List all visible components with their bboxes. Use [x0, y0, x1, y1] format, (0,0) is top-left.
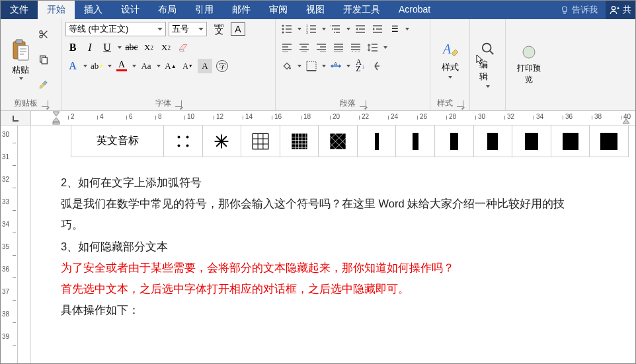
text-effects-button[interactable]: A: [65, 59, 80, 73]
symbol-cell[interactable]: [590, 126, 628, 157]
grow-font-button[interactable]: A▲: [163, 59, 178, 73]
tab-file[interactable]: 文件: [1, 1, 38, 19]
sort-button[interactable]: AZ↓: [353, 59, 368, 73]
chevron-down-icon: [118, 46, 122, 49]
line-spacing-button[interactable]: [366, 40, 380, 55]
ruler-tick: 24: [391, 113, 398, 120]
symbol-cell[interactable]: [435, 126, 474, 157]
font-color-button[interactable]: A: [114, 59, 129, 73]
underline-button[interactable]: U: [100, 40, 114, 55]
print-preview-label: 打印预览: [515, 63, 543, 85]
symbol-cell[interactable]: [203, 126, 242, 157]
tab-view[interactable]: 视图: [297, 1, 334, 19]
symbol-cell[interactable]: [551, 126, 590, 157]
dialog-launcher-icon[interactable]: [360, 100, 366, 107]
strikethrough-button[interactable]: abє: [124, 40, 139, 55]
copy-button[interactable]: [36, 52, 51, 67]
horizontal-ruler[interactable]: 246810121416182022242628303234363840: [31, 111, 635, 125]
ruler-area: 246810121416182022242628303234363840: [1, 111, 635, 126]
character-border-button[interactable]: A: [231, 22, 245, 36]
tell-me[interactable]: 告诉我: [552, 1, 606, 19]
chevron-down-icon: [132, 65, 136, 67]
chevron-down-icon: [486, 85, 490, 88]
dialog-launcher-icon[interactable]: [457, 100, 463, 107]
symbol-cell[interactable]: [164, 126, 203, 157]
symbol-cell[interactable]: [474, 126, 513, 157]
align-right-button[interactable]: [314, 40, 329, 55]
font-group-label: 字体: [155, 98, 171, 109]
phonetic-guide-button[interactable]: wén 文: [210, 22, 228, 36]
decrease-indent-button[interactable]: [353, 22, 368, 36]
align-justify-button[interactable]: [331, 40, 346, 55]
tab-selector[interactable]: [1, 111, 31, 125]
paint-bucket-icon: [282, 61, 292, 71]
vruler-tick: 36: [2, 266, 9, 273]
vruler-tick: 39: [2, 333, 9, 340]
font-name-combo[interactable]: 等线 (中文正文): [65, 22, 166, 36]
borders-button[interactable]: [304, 59, 319, 73]
dialog-launcher-icon[interactable]: [42, 100, 48, 107]
asian-layout-button[interactable]: ☰: [387, 22, 402, 36]
symbol-cell[interactable]: [358, 126, 397, 157]
group-styles: A 样式 样式: [430, 19, 470, 110]
tab-home[interactable]: 开始: [38, 1, 75, 19]
tab-layout[interactable]: 布局: [149, 1, 186, 19]
format-painter-button[interactable]: [36, 78, 51, 92]
tab-insert[interactable]: 插入: [75, 1, 112, 19]
styles-button[interactable]: A 样式: [436, 22, 465, 96]
shrink-font-button[interactable]: A▼: [180, 59, 195, 73]
print-preview-button[interactable]: 打印预览: [510, 22, 548, 108]
brush-icon: [38, 79, 49, 91]
eraser-icon: [177, 42, 189, 53]
styles-group-label: 样式: [437, 98, 453, 109]
cut-button[interactable]: [36, 27, 51, 42]
char-shading-button[interactable]: A: [198, 59, 212, 73]
char-scaling-button[interactable]: A: [329, 59, 343, 73]
align-center-button[interactable]: [297, 40, 311, 55]
symbol-cell[interactable]: [396, 126, 435, 157]
show-marks-button[interactable]: [370, 59, 385, 73]
symbol-cell[interactable]: [512, 126, 551, 157]
chevron-down-icon: [298, 65, 301, 67]
superscript-button[interactable]: X2: [159, 40, 173, 55]
clear-formatting-button[interactable]: [176, 40, 190, 55]
bold-button[interactable]: B: [65, 40, 80, 55]
distributed-button[interactable]: [348, 40, 363, 55]
align-left-button[interactable]: [280, 40, 294, 55]
share-button[interactable]: 共: [606, 1, 635, 19]
share-person-icon: [610, 5, 620, 15]
chevron-down-icon: [346, 28, 350, 30]
subscript-button[interactable]: X2: [141, 40, 156, 55]
paste-button[interactable]: 粘贴: [5, 22, 36, 96]
change-case-button[interactable]: Aa: [139, 59, 153, 73]
italic-button[interactable]: I: [83, 40, 97, 55]
dialog-launcher-icon[interactable]: [175, 100, 182, 107]
tab-references[interactable]: 引用: [186, 1, 223, 19]
shading-button[interactable]: [280, 59, 294, 73]
tab-mailings[interactable]: 邮件: [223, 1, 260, 19]
tab-developer[interactable]: 开发工具: [334, 1, 389, 19]
multilevel-list-button[interactable]: [329, 22, 343, 36]
vertical-ruler[interactable]: 30313233343536373839: [1, 126, 18, 364]
tab-review[interactable]: 审阅: [260, 1, 297, 19]
grid-light-icon: [252, 133, 269, 150]
symbol-cell[interactable]: [319, 126, 358, 157]
symbol-cell[interactable]: [280, 126, 319, 157]
tab-design[interactable]: 设计: [112, 1, 149, 19]
hanging-indent-icon[interactable]: [52, 117, 60, 125]
svg-point-21: [482, 44, 491, 52]
editing-button[interactable]: 编辑: [474, 22, 501, 108]
outdent-icon: [355, 24, 366, 34]
document-page[interactable]: 英文音标 2、如何在文字上添加弧符号 弧是我们在数学中常见的符号，那你会输入这个…: [31, 126, 635, 364]
highlight-button[interactable]: ab: [90, 59, 104, 73]
increase-indent-button[interactable]: [370, 22, 385, 36]
symbol-cell[interactable]: [241, 126, 280, 157]
tab-acrobat[interactable]: Acrobat: [389, 1, 440, 19]
bullets-button[interactable]: [280, 22, 294, 36]
enclose-char-button[interactable]: 字: [215, 59, 229, 73]
share-label: 共: [623, 4, 631, 16]
svg-point-15: [332, 28, 333, 30]
numbering-button[interactable]: 123: [304, 22, 319, 36]
font-size-combo[interactable]: 五号: [169, 22, 207, 36]
document-content[interactable]: 2、如何在文字上添加弧符号 弧是我们在数学中常见的符号，那你会输入这个符号吗？在…: [58, 157, 629, 320]
